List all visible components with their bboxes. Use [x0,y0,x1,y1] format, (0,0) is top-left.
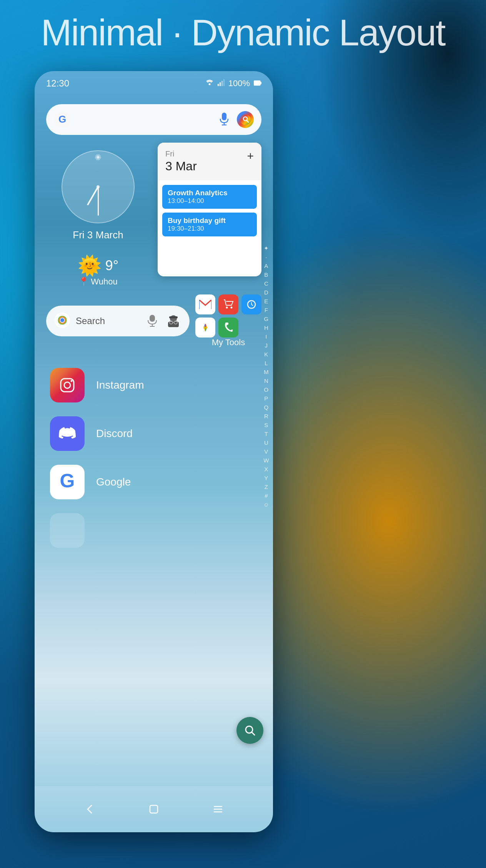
calendar-widget[interactable]: Fri 3 Mar + Growth Analytics 13:00–14:00… [158,143,261,276]
voice-search-icon[interactable] [217,113,231,126]
chrome-icon [55,313,70,329]
event-time-0: 13:00–14:00 [168,197,251,205]
list-item[interactable]: Discord [50,409,258,458]
alpha-Y[interactable]: Y [263,474,269,482]
weather-widget: 🌞 9° 📍 Wuhou [78,247,118,287]
alpha-I[interactable]: I [263,333,269,341]
calendar-add-button[interactable]: + [247,150,254,163]
status-bar: 12:30 100% [35,71,273,93]
alpha-R[interactable]: R [263,412,269,420]
photos-icon[interactable] [195,318,215,338]
back-button[interactable] [78,798,101,821]
blue-tool-icon[interactable] [241,294,261,314]
alpha-dot: · [263,253,269,261]
bottom-row: Search [46,294,261,348]
event-title-0: Growth Analytics [168,189,251,197]
bottom-search-bar[interactable]: Search [46,306,190,336]
alpha-S[interactable]: S [263,421,269,429]
shopping-icon[interactable] [218,294,238,314]
calendar-event-0[interactable]: Growth Analytics 13:00–14:00 [162,185,257,209]
my-tools-section: My Tools [195,294,261,348]
svg-rect-4 [223,79,225,86]
event-time-1: 19:30–21:30 [168,225,251,233]
app-list: Instagram Discord G Google [35,353,273,562]
alpha-M[interactable]: M [263,368,269,376]
list-item[interactable]: Instagram [50,361,258,409]
svg-rect-19 [150,315,155,322]
alpha-Q[interactable]: Q [263,403,269,411]
svg-rect-9 [222,113,226,120]
alpha-E[interactable]: E [263,297,269,305]
cal-day: Fri [165,150,197,158]
calendar-event-1[interactable]: Buy birthday gift 19:30–21:30 [162,213,257,236]
alpha-G[interactable]: G [263,315,269,323]
bottom-mic-icon[interactable] [145,313,160,329]
list-item[interactable]: G Google [50,458,258,506]
calendar-header: Fri 3 Mar + [158,143,261,180]
svg-point-32 [231,307,233,309]
alpha-X[interactable]: X [263,465,269,473]
clock-center-dot [97,185,100,188]
svg-point-18 [60,318,64,322]
app-name-instagram: Instagram [96,379,144,391]
battery-icon [254,78,261,88]
alpha-B[interactable]: B [263,271,269,279]
alpha-star: ✦ [263,244,269,252]
clock-date: Fri 3 March [73,229,123,241]
alpha-L[interactable]: L [263,359,269,367]
incognito-icon[interactable] [166,313,181,329]
clock-widget: Fri 3 March 🌞 9° 📍 Wuhou [46,143,150,287]
alpha-U[interactable]: U [263,439,269,447]
bottom-search-text: Search [76,316,139,326]
discord-icon [50,416,85,451]
status-time: 12:30 [46,78,69,89]
alpha-N[interactable]: N [263,377,269,385]
fab-search-button[interactable] [236,717,263,744]
alpha-D[interactable]: D [263,288,269,296]
alpha-T[interactable]: T [263,430,269,438]
alpha-C[interactable]: C [263,279,269,288]
location-pin-icon: 📍 [78,277,89,287]
alpha-smiley[interactable]: ☺ [263,501,269,509]
svg-point-0 [208,83,210,85]
app-name-google: Google [96,476,131,488]
event-title-1: Buy birthday gift [168,216,251,225]
alpha-P[interactable]: P [263,394,269,402]
gmail-icon[interactable] [195,294,215,314]
status-icons: 100% [205,78,261,88]
google-search-bar[interactable]: G [46,104,261,135]
recent-apps-button[interactable] [206,798,230,821]
cal-date: 3 Mar [165,159,197,173]
weather-location: 📍 Wuhou [78,277,117,287]
list-item[interactable] [50,506,258,555]
svg-point-39 [71,380,73,382]
svg-rect-6 [260,82,261,84]
alpha-J[interactable]: J [263,341,269,349]
alpha-O[interactable]: O [263,386,269,394]
svg-rect-2 [220,82,221,86]
svg-rect-1 [218,84,219,86]
weather-temp: 9° [105,258,118,274]
alpha-Z[interactable]: Z [263,483,269,491]
svg-rect-24 [169,316,178,318]
alpha-V[interactable]: V [263,447,269,456]
phone-frame: 12:30 100% [35,71,273,832]
home-button[interactable] [142,798,165,821]
analog-clock [62,150,135,223]
google-lens-icon[interactable] [237,111,254,128]
alpha-hash[interactable]: # [263,492,269,500]
phone-icon[interactable] [218,318,238,338]
svg-text:G: G [60,471,75,492]
alpha-F[interactable]: F [263,306,269,314]
battery-text: 100% [228,78,250,88]
widget-row: Fri 3 March 🌞 9° 📍 Wuhou Fri 3 Mar [46,143,261,287]
clock-hour-hand [87,186,99,206]
alpha-H[interactable]: H [263,324,269,332]
alpha-W[interactable]: W [263,456,269,464]
page-title: Minimal · Dynamic Layout [0,12,486,54]
google-logo: G [54,111,71,128]
alpha-K[interactable]: K [263,350,269,358]
alphabet-sidebar[interactable]: ✦ · A B C D E F G H I J K L M N O P Q R … [263,244,269,509]
alpha-A[interactable]: A [263,262,269,270]
svg-point-38 [64,382,70,388]
